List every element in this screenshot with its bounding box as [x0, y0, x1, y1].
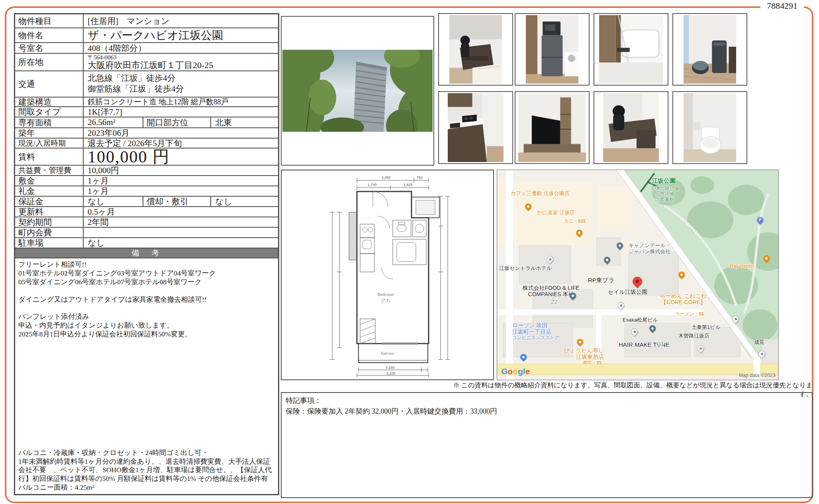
- field-value: 2年間: [84, 217, 278, 227]
- map-background: [497, 170, 779, 380]
- field-value: 1ヶ月: [84, 186, 278, 196]
- table-row: 物件種目[住居用] マンション: [15, 14, 278, 27]
- table-row: 駐車場なし: [15, 237, 278, 248]
- address: 大阪府吹田市江坂町１丁目20-25: [88, 61, 213, 70]
- svg-text:3,150: 3,150: [386, 365, 395, 369]
- field-label: 契約期間: [15, 217, 84, 227]
- svg-text:1,625: 1,625: [404, 183, 413, 187]
- map-label-hyoutan-sub: 寿司・$$: [583, 360, 602, 365]
- map-label-lawson-sub: コンビニエンスストア: [512, 335, 559, 340]
- map-label-hyoutan-sushi: ひょうたん寿し 江坂東急店: [540, 347, 604, 360]
- map-label-22: 22: [551, 298, 558, 305]
- table-row: 号室名408（4階部分）: [15, 42, 278, 53]
- svg-text:3,200: 3,200: [386, 371, 396, 375]
- reference-number: 7884291: [760, 1, 804, 11]
- remarks-header: 備 考: [15, 248, 278, 258]
- field-label: 敷金: [15, 176, 84, 186]
- svg-text:(7.7): (7.7): [381, 299, 390, 303]
- svg-text:1,740: 1,740: [368, 183, 377, 187]
- photo-toilet: [672, 91, 747, 164]
- floorplan-box: 2,450 750 1,740 1,625: [281, 170, 494, 380]
- table-row: 契約期間2年間: [15, 217, 278, 227]
- table-row: 更新料0.5ヶ月: [15, 206, 278, 217]
- parking-pin: P: [756, 216, 765, 225]
- field-value: 2023年06月: [84, 128, 278, 138]
- photo-robot-vacuum-air-purifier: [672, 13, 747, 86]
- field-value: 1K[洋7.7]: [84, 107, 278, 117]
- remarks-bottom: バルコニ・冷蔵庫・収納・クロゼット・24時間ゴミ出し可・ 1年未満解約時賃料等1…: [18, 449, 275, 492]
- svg-text:Balcony: Balcony: [381, 351, 394, 356]
- property-sheet: 7884291 物件種目[住居用] マンション 物件名ザ・パークハビオ江坂公園 …: [0, 0, 819, 504]
- field-label: 物件種目: [15, 14, 84, 27]
- map-label-central-hotel: 江坂セントラルホテル: [499, 266, 552, 272]
- table-row: 町内会費: [15, 227, 278, 237]
- field-label: 交通: [15, 71, 84, 97]
- field-label: 共益費・管理費: [15, 166, 84, 175]
- field-value: 408（4階部分）: [84, 43, 278, 53]
- special-notes-box: 特記事項： 保険：保険要加入 2年契約 32,000円・入居時鍵交換費用：33,…: [281, 392, 813, 498]
- map-label-rp-higashi: RP東プラ: [588, 277, 615, 283]
- field-label: 号室名: [15, 43, 84, 53]
- map-label-cannondale: キャノンデール・ ジャパン株式会社: [629, 243, 671, 255]
- field-label: 築年: [15, 128, 84, 138]
- map-label-cafe-sanbankan: カフェ三番館 江坂公園店: [511, 191, 570, 197]
- field-label: 物件名: [15, 28, 84, 42]
- field-label: 更新料: [15, 207, 84, 217]
- field-label: 保証金: [15, 197, 84, 206]
- field-label: 礼金: [15, 186, 84, 196]
- map-label-lawson: ローソン 吹田 江坂町一丁目店: [512, 322, 551, 335]
- svg-text:Bedroom: Bedroom: [377, 292, 394, 297]
- remarks-box: フリーレント相談可!! 01号室ホテル02号室ダイニング03号室アウトドア04号…: [15, 258, 278, 494]
- map-label-kisoji: 木曽路江坂店: [678, 333, 709, 339]
- svg-text:2,450: 2,450: [382, 176, 391, 180]
- table-row: 共益費・管理費10,000円: [15, 165, 278, 175]
- rent-amount: 100,000 円: [84, 148, 278, 165]
- remarks-top: フリーレント相談可!! 01号室ホテル02号室ダイニング03号室アウトドア04号…: [18, 260, 275, 339]
- field-value: 鉄筋コンクリート造 地上12階 総戸数88戸: [84, 98, 278, 106]
- map-label-seil-esaka: セイル江坂公園: [608, 289, 647, 295]
- field-value: [84, 228, 278, 237]
- field-value: 北東: [211, 117, 278, 127]
- field-value: 0.5ヶ月: [84, 207, 278, 217]
- property-table: 物件種目[住居用] マンション 物件名ザ・パークハビオ江坂公園 号室名408（4…: [14, 13, 279, 495]
- field-value: 退去予定 / 2026年5月下旬: [84, 139, 278, 148]
- table-row: 物件名ザ・パークハビオ江坂公園: [15, 27, 278, 42]
- map-label-seiko: 成晃: [754, 340, 764, 346]
- table-row: 保証金 なし 償却・敷引 なし: [15, 196, 278, 206]
- building-photo-graphic: [282, 50, 433, 132]
- photo-fridge-microwave: [515, 13, 590, 86]
- table-row: 賃料100,000 円: [15, 148, 278, 165]
- map-label-kanidouraku-sub: カニ・$$$: [564, 219, 586, 224]
- field-label: 専有面積: [15, 117, 84, 127]
- map-label-ramen-corecore: らーめん これこれ 【CORE CORE】: [650, 293, 716, 305]
- table-row: 現況/入居時期退去予定 / 2026年5月下旬: [15, 138, 278, 148]
- table-row: 交通北急線「江坂」徒歩4分 御堂筋線「江坂」徒歩4分: [15, 70, 278, 97]
- postal-code: 〒564-0063: [88, 55, 117, 61]
- field-value: なし: [84, 238, 278, 248]
- field-label: 賃料: [15, 148, 84, 165]
- location-map: 江坂公園 子供の遊び場 と市街地 の図書館 カフェ三番館 江坂公園店 かに道楽 …: [497, 170, 779, 380]
- field-value: なし: [211, 197, 278, 206]
- map-label-21: 21: [657, 340, 664, 347]
- field-label: 所在地: [15, 54, 84, 70]
- property-name: ザ・パークハビオ江坂公園: [84, 28, 278, 42]
- address-cell: 〒564-0063 大阪府吹田市江坂町１丁目20-25: [84, 54, 278, 70]
- special-notes-body: 保険：保険要加入 2年契約 32,000円・入居時鍵交換費用：33,000円: [286, 406, 808, 417]
- table-row: 間取タイプ1K[洋7.7]: [15, 106, 278, 117]
- table-row: 専有面積 26.56m² 開口部方位 北東: [15, 117, 278, 127]
- svg-text:750: 750: [417, 176, 423, 180]
- field-label: 現況/入居時期: [15, 139, 84, 148]
- map-label-foodlife: 株式会社FOOD & LIFE COMPANIES 本社: [511, 285, 591, 297]
- table-row: 敷金1ヶ月: [15, 175, 278, 186]
- photo-tv-shelf: [515, 91, 590, 164]
- table-row: 礼金1ヶ月: [15, 186, 278, 196]
- field-value: 10,000円: [84, 166, 278, 175]
- map-attribution: Map data ©2023: [739, 373, 776, 378]
- google-logo: Google: [501, 367, 530, 376]
- photo-desk-bed-room: [438, 13, 513, 86]
- map-label-ramen-sub: ラーメン・$$: [676, 311, 704, 316]
- field-value: 1ヶ月: [84, 176, 278, 186]
- field-label: 開口部方位: [143, 117, 211, 127]
- table-row: 築年2023年06月: [15, 127, 278, 138]
- table-row: 建築構造鉄筋コンクリート造 地上12階 総戸数88戸: [15, 97, 278, 106]
